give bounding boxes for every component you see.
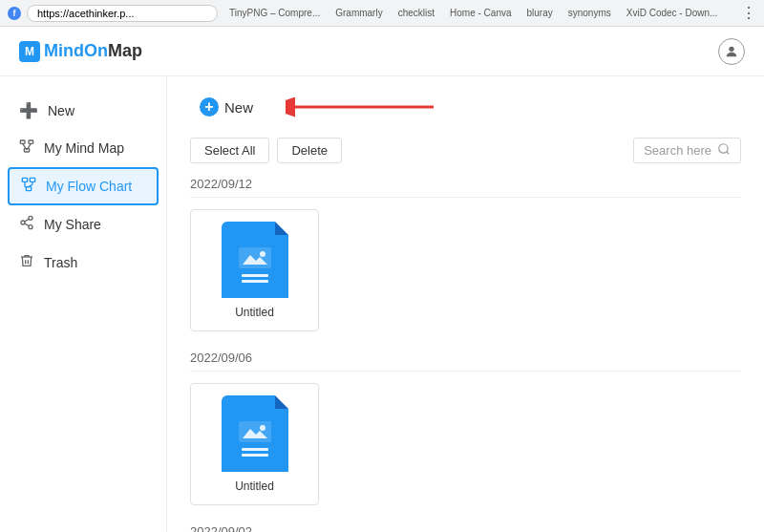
tab-canva[interactable]: Home - Canva xyxy=(444,6,517,20)
svg-rect-22 xyxy=(239,247,271,268)
content-area: + New xyxy=(167,76,764,532)
sidebar-item-mindmap[interactable]: My Mind Map xyxy=(0,129,166,167)
search-icon xyxy=(717,142,731,159)
tab-grammarly[interactable]: Grammarly xyxy=(329,6,388,20)
logo-map: Map xyxy=(108,41,142,60)
logo-icon: M xyxy=(19,41,40,62)
cards-grid-1: Untitled xyxy=(190,383,741,505)
search-placeholder-text: Search here xyxy=(644,143,711,158)
tab-synonyms[interactable]: synonyms xyxy=(562,6,617,20)
svg-point-15 xyxy=(29,225,32,229)
sidebar-item-flowchart[interactable]: My Flow Chart xyxy=(8,167,159,205)
svg-point-20 xyxy=(719,144,728,153)
svg-point-27 xyxy=(260,425,265,431)
search-box[interactable]: Search here xyxy=(633,138,741,163)
svg-line-16 xyxy=(25,223,30,226)
svg-rect-7 xyxy=(30,178,34,181)
file-icon-inner-0 xyxy=(239,247,271,283)
favicon-0: f xyxy=(8,7,21,20)
file-lines-0 xyxy=(242,274,268,283)
section-2022-09-12: 2022/09/12 xyxy=(190,177,741,331)
toolbar-left: Select All Delete xyxy=(190,138,342,163)
trash-icon xyxy=(19,253,34,272)
file-line-2 xyxy=(242,280,268,283)
file-card-name-1: Untitled xyxy=(235,479,274,493)
app-logo: M MindOnMap xyxy=(19,41,142,62)
logo-text: MindOnMap xyxy=(44,41,142,61)
sidebar-label-flowchart: My Flow Chart xyxy=(46,179,132,194)
tab-bluray[interactable]: bluray xyxy=(521,6,559,20)
user-avatar[interactable] xyxy=(718,38,745,65)
top-nav: M MindOnMap xyxy=(0,27,764,76)
url-bar[interactable]: https://acethinker.p... xyxy=(27,5,218,22)
file-card-0[interactable]: Untitled xyxy=(190,209,319,331)
file-line-3 xyxy=(242,448,268,451)
mindmap-icon xyxy=(19,138,34,158)
browser-menu[interactable]: ⋮ xyxy=(741,4,756,22)
section-2022-09-02: 2022/09/02 xyxy=(190,524,741,532)
date-label-1: 2022/09/06 xyxy=(190,351,741,372)
browser-tabs: TinyPNG – Compre... Grammarly checklist … xyxy=(223,6,735,20)
svg-line-17 xyxy=(25,219,30,222)
sidebar-label-new: New xyxy=(48,103,74,118)
logo-mind: Mind xyxy=(44,41,84,60)
sidebar: ➕ New My Mind Map My Flow Chart My S xyxy=(0,76,167,532)
sidebar-label-mindmap: My Mind Map xyxy=(44,140,124,156)
tab-tinypng[interactable]: TinyPNG – Compre... xyxy=(223,6,326,20)
sidebar-label-trash: Trash xyxy=(44,255,77,270)
svg-rect-25 xyxy=(239,421,271,442)
svg-point-13 xyxy=(29,216,32,220)
red-arrow-annotation xyxy=(286,93,438,121)
svg-rect-6 xyxy=(22,178,27,181)
main-layout: ➕ New My Mind Map My Flow Chart My S xyxy=(0,76,764,532)
file-icon-inner-1 xyxy=(239,421,271,457)
file-card-name-0: Untitled xyxy=(235,306,274,319)
file-lines-1 xyxy=(242,448,268,457)
share-icon xyxy=(19,215,34,234)
date-label-2: 2022/09/02 xyxy=(190,524,741,532)
svg-line-21 xyxy=(727,152,730,155)
new-button[interactable]: + New xyxy=(190,92,263,122)
cards-grid-0: Untitled xyxy=(190,209,741,331)
file-card-1[interactable]: Untitled xyxy=(190,383,319,505)
file-icon-0 xyxy=(222,222,288,298)
svg-point-24 xyxy=(260,251,265,257)
sidebar-item-share[interactable]: My Share xyxy=(0,205,166,244)
new-button-icon: + xyxy=(200,97,219,117)
flowchart-icon xyxy=(21,177,36,196)
new-button-label: New xyxy=(224,99,253,116)
file-line-1 xyxy=(242,274,268,277)
sidebar-item-trash[interactable]: Trash xyxy=(0,244,166,282)
select-all-button[interactable]: Select All xyxy=(190,138,269,163)
sidebar-label-share: My Share xyxy=(44,217,101,232)
section-2022-09-06: 2022/09/06 xyxy=(190,351,741,505)
logo-on: On xyxy=(84,41,108,60)
date-label-0: 2022/09/12 xyxy=(190,177,741,198)
tab-checklist[interactable]: checklist xyxy=(393,6,440,20)
file-icon-1 xyxy=(222,395,288,472)
toolbar: Select All Delete Search here xyxy=(190,138,741,163)
plus-icon: ➕ xyxy=(19,101,38,119)
svg-rect-1 xyxy=(20,140,25,143)
browser-bar: f https://acethinker.p... TinyPNG – Comp… xyxy=(0,0,764,27)
sidebar-item-new[interactable]: ➕ New xyxy=(0,92,166,129)
content-header: + New xyxy=(190,92,741,122)
svg-rect-2 xyxy=(29,140,33,143)
svg-point-0 xyxy=(729,46,733,51)
svg-point-14 xyxy=(21,221,25,224)
file-line-4 xyxy=(242,454,268,457)
tab-xvid[interactable]: XviD Codec - Down... xyxy=(621,6,724,20)
delete-button[interactable]: Delete xyxy=(277,138,342,163)
app-container: M MindOnMap ➕ New My Mind Map xyxy=(0,27,764,532)
